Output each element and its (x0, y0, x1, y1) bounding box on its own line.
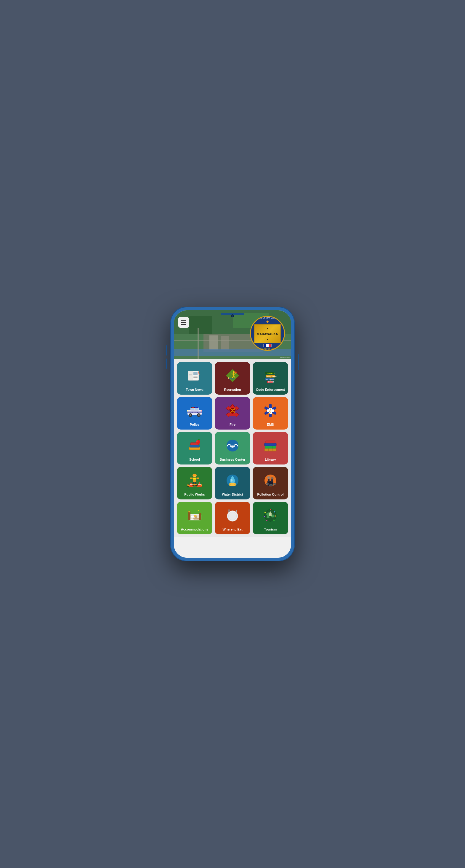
code-enforcement-icon: PERMITS INSPECTIONS LICENSES CODES (263, 366, 278, 386)
pollution-control-label: Pollution Control (257, 493, 284, 496)
app-screen: The St. John Valley ★ • MADAWASKA • ACAD… (174, 310, 291, 558)
svg-text:PERMITS: PERMITS (267, 373, 275, 374)
svg-rect-44 (195, 407, 198, 408)
svg-rect-76 (264, 448, 276, 451)
grid-item-tourism[interactable]: Tourism (253, 502, 288, 534)
school-icon (187, 435, 202, 456)
ems-label: EMS (267, 423, 274, 427)
phone-frame: The St. John Valley ★ • MADAWASKA • ACAD… (170, 307, 295, 561)
flag-red (269, 344, 271, 347)
header-banner: The St. John Valley ★ • MADAWASKA • ACAD… (174, 310, 291, 359)
svg-point-136 (266, 520, 267, 521)
grid-item-police[interactable]: POLICE Police (177, 397, 212, 430)
grid-item-fire[interactable]: FIRE DEPT. Fire (215, 397, 250, 430)
power-button[interactable] (298, 354, 299, 370)
recreation-icon (225, 366, 240, 386)
svg-point-50 (198, 414, 200, 416)
svg-rect-88 (190, 477, 193, 479)
badge-top-text: The St. John Valley (259, 317, 276, 319)
svg-point-123 (228, 512, 237, 520)
svg-text:CODES: CODES (268, 381, 274, 383)
grid-item-public-works[interactable]: Public Works (177, 467, 212, 499)
svg-rect-78 (264, 443, 276, 446)
grid-item-town-news[interactable]: ! ! Town News (177, 362, 212, 395)
svg-rect-101 (197, 486, 202, 487)
svg-rect-55 (201, 410, 202, 411)
tourism-icon (263, 505, 278, 526)
water-district-label: Water District (222, 493, 243, 496)
svg-rect-139 (269, 513, 271, 516)
svg-point-67 (270, 408, 271, 410)
flag-white (266, 344, 269, 347)
grid-item-recreation[interactable]: Recreation (215, 362, 250, 395)
svg-rect-89 (196, 477, 199, 479)
code-enforcement-label: Code Enforcement (256, 388, 285, 392)
photo-credit: Photo credit (280, 356, 290, 358)
madawaska-badge: The St. John Valley ★ • MADAWASKA • ACAD… (250, 316, 285, 351)
grid-item-ems[interactable]: EMS (253, 397, 288, 430)
library-label: Library (265, 458, 276, 462)
svg-text:!: ! (199, 373, 200, 376)
police-label: Police (190, 423, 199, 427)
svg-text:★: ★ (198, 510, 199, 512)
svg-rect-6 (221, 336, 229, 350)
svg-rect-86 (193, 475, 197, 476)
svg-point-133 (274, 511, 275, 513)
grid-item-library[interactable]: Library (253, 432, 288, 464)
grid-item-where-to-eat[interactable]: Where to Eat (215, 502, 250, 534)
svg-rect-14 (189, 375, 192, 375)
svg-rect-69 (190, 445, 199, 447)
svg-rect-19 (194, 377, 198, 378)
grid-item-code-enforcement[interactable]: PERMITS INSPECTIONS LICENSES CODES (253, 362, 288, 395)
svg-point-131 (267, 516, 269, 518)
svg-rect-68 (189, 447, 200, 450)
svg-rect-77 (265, 446, 276, 448)
svg-rect-43 (192, 407, 194, 408)
grid-item-pollution-control[interactable]: Pollution Control (253, 467, 288, 499)
svg-point-111 (267, 476, 270, 479)
volume-down-button[interactable] (166, 359, 167, 369)
volume-up-button[interactable] (166, 345, 167, 355)
svg-point-30 (235, 372, 237, 373)
svg-rect-5 (209, 335, 218, 350)
svg-point-132 (270, 509, 271, 510)
menu-grid: ! ! Town News (174, 359, 291, 537)
badge-name-plate: • MADAWASKA • (254, 324, 281, 343)
grid-item-accommodations[interactable]: ★ ★ Accommodations (177, 502, 212, 534)
grid-item-school[interactable]: School (177, 432, 212, 464)
tourism-label: Tourism (264, 528, 277, 531)
menu-line-3 (181, 324, 186, 325)
business-center-icon (225, 435, 240, 456)
water-district-icon (225, 470, 240, 491)
svg-point-23 (233, 371, 235, 373)
svg-text:★: ★ (188, 510, 190, 513)
grid-item-business-center[interactable]: Business Center (215, 432, 250, 464)
fire-icon: FIRE DEPT. (225, 401, 240, 421)
school-label: School (189, 458, 200, 462)
accommodations-label: Accommodations (181, 528, 208, 531)
flag-blue (264, 344, 266, 347)
svg-point-48 (190, 414, 191, 416)
svg-marker-22 (226, 369, 239, 382)
public-works-label: Public Works (184, 493, 205, 496)
svg-rect-16 (194, 372, 198, 375)
fire-label: Fire (230, 423, 235, 427)
menu-button[interactable] (178, 317, 189, 328)
svg-rect-17 (194, 376, 198, 376)
svg-text:POLICE: POLICE (193, 412, 197, 413)
svg-rect-102 (198, 484, 201, 485)
where-to-eat-label: Where to Eat (223, 528, 242, 531)
svg-point-72 (196, 440, 198, 442)
grid-item-water-district[interactable]: Water District (215, 467, 250, 499)
french-flag (263, 344, 271, 347)
aerial-photo: The St. John Valley ★ • MADAWASKA • ACAD… (174, 310, 291, 359)
pollution-control-icon (263, 470, 278, 491)
svg-point-112 (271, 477, 274, 479)
svg-rect-117 (191, 516, 194, 518)
police-icon: POLICE (186, 401, 203, 421)
town-news-label: Town News (186, 388, 203, 392)
svg-rect-12 (189, 373, 192, 373)
business-center-label: Business Center (220, 458, 245, 462)
menu-line-2 (181, 322, 186, 323)
svg-point-134 (275, 516, 276, 517)
